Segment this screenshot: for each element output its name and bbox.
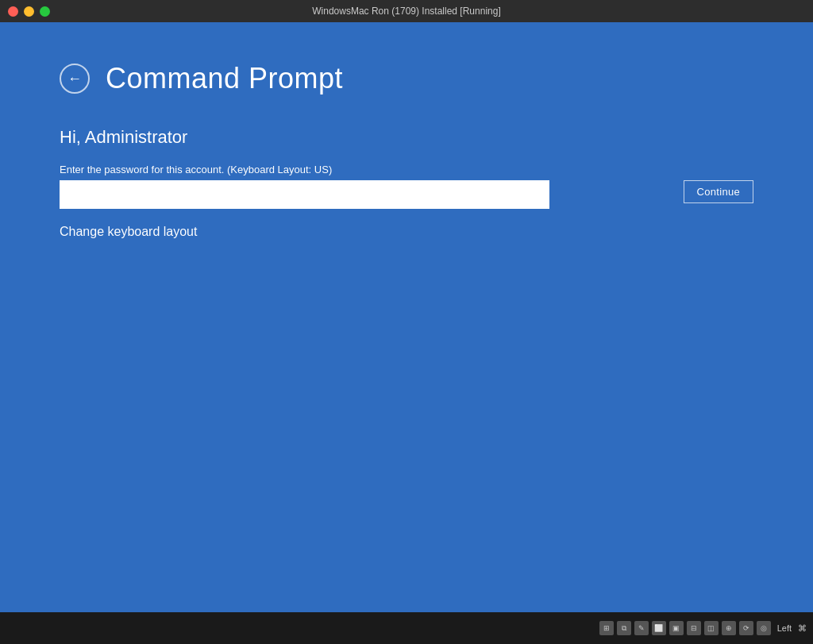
close-button[interactable]: [8, 6, 18, 17]
taskbar-cmd-label: ⌘: [798, 623, 807, 634]
taskbar: ⊞ ⧉ ✎ ⬜ ▣ ⊟ ◫ ⊕ ⟳ ◎ Left ⌘: [0, 612, 813, 644]
taskbar-icon-4[interactable]: ⬜: [652, 621, 666, 635]
back-button[interactable]: ←: [60, 64, 90, 94]
taskbar-icon-3[interactable]: ✎: [634, 621, 649, 635]
keyboard-layout-row: Change keyboard layout: [60, 225, 753, 239]
password-input[interactable]: [60, 180, 549, 209]
back-icon: ←: [67, 71, 82, 87]
taskbar-icon-10[interactable]: ◎: [757, 621, 771, 635]
password-row: Continue: [60, 180, 753, 209]
title-row: ← Command Prompt: [60, 62, 753, 95]
password-label: Enter the password for this account. (Ke…: [60, 164, 753, 175]
taskbar-icon-2[interactable]: ⧉: [617, 621, 631, 635]
taskbar-icon-9[interactable]: ⟳: [739, 621, 753, 635]
taskbar-icon-6[interactable]: ⊟: [687, 621, 701, 635]
mac-window-buttons: [8, 6, 50, 17]
continue-button[interactable]: Continue: [684, 180, 753, 203]
taskbar-icon-8[interactable]: ⊕: [722, 621, 736, 635]
vm-display: ← Command Prompt Hi, Administrator Enter…: [0, 22, 813, 644]
taskbar-left-label: Left: [777, 623, 792, 633]
page-title: Command Prompt: [106, 62, 343, 95]
taskbar-icon-7[interactable]: ◫: [704, 621, 719, 635]
user-greeting: Hi, Administrator: [60, 127, 753, 148]
windows-content: ← Command Prompt Hi, Administrator Enter…: [0, 22, 813, 612]
change-keyboard-link[interactable]: Change keyboard layout: [60, 225, 197, 239]
taskbar-icon-5[interactable]: ▣: [669, 621, 684, 635]
minimize-button[interactable]: [24, 6, 34, 17]
mac-titlebar: WindowsMac Ron (1709) Installed [Running…: [0, 0, 813, 22]
window-title: WindowsMac Ron (1709) Installed [Running…: [312, 6, 500, 17]
taskbar-icon-1[interactable]: ⊞: [599, 621, 614, 635]
maximize-button[interactable]: [40, 6, 50, 17]
